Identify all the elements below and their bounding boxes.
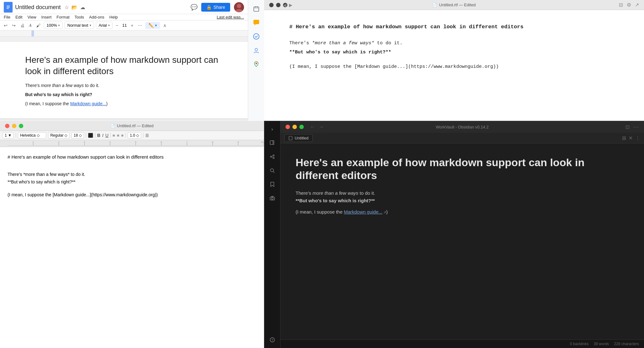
obsidian-content[interactable]: Here's an example of how markdown suppor…: [280, 144, 644, 340]
textedit-align-left-icon[interactable]: ≡: [113, 133, 115, 138]
textedit-style-dropdown[interactable]: Regular ◇: [48, 132, 69, 139]
svg-point-40: [273, 157, 274, 159]
menu-addons[interactable]: Add-ons: [89, 15, 104, 19]
obsidian-heading: Here's an example of how markdown suppor…: [296, 156, 629, 182]
obs-close-icon[interactable]: [286, 125, 290, 129]
textedit-filename-text: Untitled.rtf — Edited: [117, 123, 153, 128]
textedit-underline-icon[interactable]: U: [105, 133, 108, 138]
tasks-side-icon[interactable]: [251, 31, 261, 41]
obs-layout-icon[interactable]: ⊡: [625, 124, 630, 130]
cloud-icon[interactable]: ☁: [80, 4, 85, 10]
obsidian-bookmark-icon[interactable]: [268, 180, 277, 189]
drive-icon[interactable]: 📂: [71, 4, 78, 10]
pt-line4: **But who's to say which is right?**: [289, 48, 619, 57]
obsidian-window: ›: [264, 121, 644, 348]
svg-point-14: [255, 48, 258, 51]
gdocs-paragraph-2: But who's to say which is right?: [25, 91, 223, 98]
textedit-size-dropdown[interactable]: 18 ◇: [71, 132, 84, 139]
obsidian-backlinks-count[interactable]: 0 backlinks: [570, 342, 589, 346]
obsidian-char-count: 228 characters: [614, 342, 639, 346]
svg-text:3: 3: [84, 141, 85, 144]
menu-insert[interactable]: Insert: [41, 15, 52, 19]
obsidian-sidebar-nav-prev[interactable]: ›: [268, 125, 277, 133]
paint-format-icon[interactable]: 🖌: [35, 22, 42, 29]
sidebar-toggle-icon[interactable]: ⊟: [619, 2, 623, 8]
textedit-align-right-icon[interactable]: ≡: [121, 133, 124, 138]
nav-next-icon[interactable]: ▶: [289, 3, 292, 8]
gdocs-doc-title: Untitled document: [15, 4, 61, 11]
maps-side-icon[interactable]: [251, 59, 261, 69]
svg-rect-49: [289, 136, 292, 140]
font-size-increase-icon[interactable]: +: [130, 22, 135, 29]
user-avatar[interactable]: [234, 2, 244, 12]
textedit-close[interactable]: [5, 124, 9, 128]
textedit-minimize[interactable]: [12, 124, 16, 128]
textedit-italic-icon[interactable]: I: [102, 133, 103, 138]
obsidian-paragraph-3: (I mean, I suppose the Markdown guide...…: [296, 208, 629, 216]
share-button[interactable]: 🔒 Share: [201, 3, 230, 12]
markdown-guide-link[interactable]: Markdown guide...: [70, 101, 106, 106]
obs-maximize-icon[interactable]: [299, 125, 304, 129]
obs-more-icon[interactable]: ⋯: [633, 123, 639, 130]
obsidian-main: ← → WorkVault - Obsidian v0.14.2 ⊡ ⋯ Unt…: [280, 121, 644, 348]
textedit-content[interactable]: # Here's an example of how markdown supp…: [0, 147, 264, 348]
window-settings-icon[interactable]: ⚙: [627, 2, 631, 8]
spellcheck-icon[interactable]: 𝑨: [28, 22, 33, 29]
menu-tools[interactable]: Tools: [75, 15, 84, 19]
contacts-side-icon[interactable]: [251, 45, 261, 55]
obsidian-markdown-link[interactable]: Markdown guide...: [344, 209, 382, 215]
window-expand-icon[interactable]: ↗: [635, 2, 639, 8]
star-icon[interactable]: ☆: [64, 4, 69, 10]
window-control-minimize[interactable]: [276, 3, 280, 7]
obs-nav-prev-icon[interactable]: ←: [310, 124, 315, 130]
print-icon[interactable]: 🖨: [19, 22, 26, 29]
textedit-para-style-dropdown[interactable]: 1 ▼: [3, 132, 14, 139]
obsidian-tab-untitled[interactable]: Untitled: [284, 134, 313, 142]
menu-edit[interactable]: Edit: [15, 15, 22, 19]
redo-icon[interactable]: ↪: [11, 22, 17, 29]
obsidian-graph-icon[interactable]: [268, 152, 277, 161]
font-size-value[interactable]: 11: [121, 23, 128, 28]
menu-view[interactable]: View: [27, 15, 36, 19]
calendar-side-icon[interactable]: [251, 4, 261, 14]
more-options-icon[interactable]: ⋯: [136, 22, 143, 29]
font-dropdown[interactable]: Arial ▾: [96, 22, 113, 29]
textedit-font-dropdown[interactable]: Helvetica ◇: [18, 132, 46, 139]
plaintext-content[interactable]: # Here's an example of how markdown supp…: [264, 10, 644, 121]
textedit-maximize[interactable]: [19, 124, 23, 128]
comment-icon[interactable]: 💬: [191, 4, 197, 11]
window-control-close[interactable]: [269, 3, 274, 7]
textedit-color-swatch[interactable]: [88, 133, 93, 138]
textedit-list-icon[interactable]: ☰: [145, 133, 149, 138]
collapse-toolbar-icon[interactable]: ∧: [162, 22, 168, 29]
obsidian-search-icon[interactable]: [268, 166, 277, 175]
textedit-align-center-icon[interactable]: ≡: [117, 133, 119, 138]
textedit-spacing-dropdown[interactable]: 1.0 ◇: [128, 132, 141, 139]
last-edit-link[interactable]: Last edit was...: [217, 15, 244, 19]
font-size-decrease-icon[interactable]: −: [114, 22, 119, 29]
svg-text:5: 5: [135, 141, 136, 144]
zoom-dropdown[interactable]: 100% ▾: [44, 22, 63, 29]
style-dropdown[interactable]: Normal text ▾: [64, 22, 94, 29]
obs-close-tab-icon[interactable]: ✕: [629, 135, 633, 141]
textedit-ruler: 1 2 3 4 5 6 7 8 9 10: [0, 140, 264, 147]
undo-icon[interactable]: ↩: [3, 22, 9, 29]
editing-mode-button[interactable]: ✏️ ▾: [145, 22, 160, 29]
obsidian-help-icon[interactable]: ?: [268, 335, 277, 344]
zoom-arrow-icon: ▾: [58, 24, 60, 27]
textedit-bold-icon[interactable]: B: [97, 133, 100, 138]
obs-options-icon[interactable]: ⋮: [635, 135, 640, 141]
obs-nav-next-icon[interactable]: →: [319, 124, 324, 130]
obsidian-files-icon[interactable]: [268, 139, 277, 147]
svg-rect-2: [7, 7, 10, 8]
obs-split-icon[interactable]: ⊞: [622, 135, 626, 141]
menu-format[interactable]: Format: [57, 15, 69, 19]
nav-prev-icon[interactable]: ◀: [283, 3, 286, 8]
menu-help[interactable]: Help: [109, 15, 118, 19]
obs-minimize-icon[interactable]: [292, 125, 297, 129]
menu-file[interactable]: File: [4, 15, 10, 19]
gdocs-document[interactable]: Here's an example of how markdown suppor…: [0, 42, 248, 118]
svg-text:1: 1: [32, 141, 34, 144]
chat-side-icon[interactable]: [251, 18, 261, 28]
obsidian-camera-icon[interactable]: [268, 194, 277, 203]
